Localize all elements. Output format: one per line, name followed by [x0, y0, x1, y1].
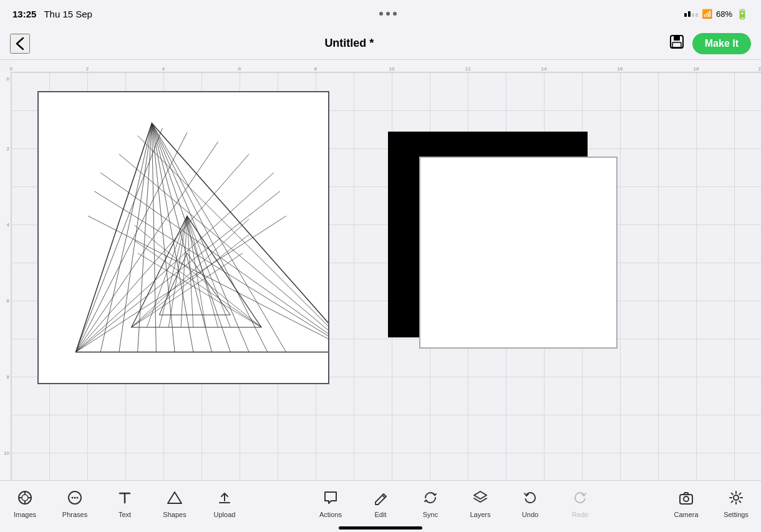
battery-icon: 🔋: [736, 8, 749, 20]
svg-line-20: [75, 132, 187, 352]
white-square-shape[interactable]: [419, 157, 618, 349]
images-label: Images: [14, 511, 36, 518]
ruler-tick-v-6: 6: [0, 298, 11, 304]
ruler-tick-h-12: 12: [465, 66, 471, 72]
svg-line-6: [152, 123, 249, 352]
settings-icon: [728, 490, 744, 508]
svg-line-41: [135, 241, 261, 327]
ruler-tick-v-8: 8: [0, 374, 11, 380]
ruler-tick-v-4: 4: [0, 222, 11, 228]
design-canvas-box[interactable]: [37, 91, 329, 384]
tool-camera[interactable]: Camera: [661, 486, 711, 522]
tool-text[interactable]: Text: [100, 486, 150, 522]
svg-line-40: [138, 253, 261, 327]
svg-line-4: [152, 123, 286, 352]
save-icon[interactable]: [669, 34, 685, 53]
redo-label: Redo: [572, 511, 588, 518]
make-it-button[interactable]: Make It: [692, 33, 751, 54]
svg-point-51: [74, 497, 76, 499]
header-actions: Make It: [669, 33, 751, 54]
redo-icon: [572, 490, 588, 508]
status-right: 📶 68% 🔋: [684, 8, 749, 20]
svg-rect-1: [674, 36, 680, 41]
undo-label: Undo: [522, 511, 538, 518]
svg-line-25: [119, 154, 328, 352]
camera-icon: [678, 490, 694, 508]
sync-label: Sync: [423, 511, 438, 518]
svg-line-33: [181, 216, 187, 327]
dot-3: [393, 12, 397, 16]
phrases-label: Phrases: [62, 511, 87, 518]
layers-icon: [472, 490, 488, 508]
text-label: Text: [119, 511, 131, 518]
battery-percentage: 68%: [716, 9, 732, 19]
wifi-icon: 📶: [702, 9, 712, 19]
ruler-tick-h-8: 8: [314, 66, 317, 72]
svg-line-15: [75, 216, 286, 352]
svg-line-18: [75, 154, 249, 352]
svg-point-61: [684, 496, 689, 501]
tool-undo[interactable]: Undo: [505, 486, 555, 522]
dot-2: [386, 12, 390, 16]
toolbar-left-group: Images Phrases Text: [0, 486, 250, 522]
ruler-horizontal: 0 2 4 6 8 10 12 14 16 18 20: [11, 60, 761, 72]
ruler-tick-v-2: 2: [0, 146, 11, 152]
svg-marker-55: [168, 492, 182, 503]
tool-shapes[interactable]: Shapes: [150, 486, 200, 522]
tool-actions[interactable]: Actions: [306, 486, 356, 522]
status-date: Thu 15 Sep: [44, 9, 92, 19]
actions-label: Actions: [319, 511, 342, 518]
document-title: Untitled *: [324, 37, 374, 50]
ruler-tick-h-0: 0: [10, 66, 12, 72]
svg-marker-58: [325, 492, 336, 503]
svg-line-9: [152, 123, 193, 352]
ruler-tick-h-20: 20: [759, 66, 761, 72]
tool-layers[interactable]: Layers: [455, 486, 505, 522]
ruler-tick-h-16: 16: [618, 66, 623, 72]
svg-line-19: [75, 142, 218, 352]
ruler-vertical: 0 2 4 6 8 10: [0, 72, 11, 480]
actions-icon: [322, 490, 339, 508]
tool-settings[interactable]: Settings: [711, 486, 761, 522]
sync-icon: [422, 490, 439, 508]
svg-line-35: [159, 216, 187, 327]
back-button[interactable]: [10, 34, 30, 54]
ruler-tick-h-18: 18: [694, 66, 699, 72]
status-bar: 13:25 Thu 15 Sep 📶 68% 🔋: [0, 0, 761, 27]
svg-line-26: [138, 135, 328, 352]
header: Untitled * Make It: [0, 27, 761, 60]
home-indicator: [339, 526, 422, 530]
svg-marker-59: [474, 491, 487, 499]
svg-point-62: [734, 495, 739, 500]
svg-line-34: [168, 216, 187, 327]
svg-line-14: [100, 123, 152, 352]
ruler-tick-h-14: 14: [541, 66, 547, 72]
shapes-icon: [167, 490, 183, 508]
dot-1: [379, 12, 383, 16]
tool-redo[interactable]: Redo: [555, 486, 605, 522]
svg-point-52: [77, 497, 79, 499]
triangle-art: [39, 92, 328, 383]
signal-icon: [684, 11, 698, 17]
svg-line-7: [152, 123, 230, 352]
status-time: 13:25: [12, 9, 36, 19]
tool-edit[interactable]: Edit: [356, 486, 405, 522]
svg-point-44: [22, 495, 28, 501]
ruler-tick-h-2: 2: [86, 66, 89, 72]
ruler-tick-h-4: 4: [162, 66, 165, 72]
tool-sync[interactable]: Sync: [405, 486, 455, 522]
tool-phrases[interactable]: Phrases: [50, 486, 100, 522]
upload-label: Upload: [214, 511, 236, 518]
svg-rect-2: [672, 42, 681, 47]
phrases-icon: [67, 490, 83, 508]
ruler-tick-h-10: 10: [389, 66, 395, 72]
tool-images[interactable]: Images: [0, 486, 50, 522]
undo-icon: [522, 490, 538, 508]
tool-upload[interactable]: Upload: [200, 486, 250, 522]
svg-line-13: [119, 123, 152, 352]
ruler-tick-h-6: 6: [238, 66, 241, 72]
edit-label: Edit: [375, 511, 387, 518]
svg-line-22: [88, 216, 328, 352]
settings-label: Settings: [724, 511, 749, 518]
ruler-tick-v-10: 10: [0, 450, 11, 456]
